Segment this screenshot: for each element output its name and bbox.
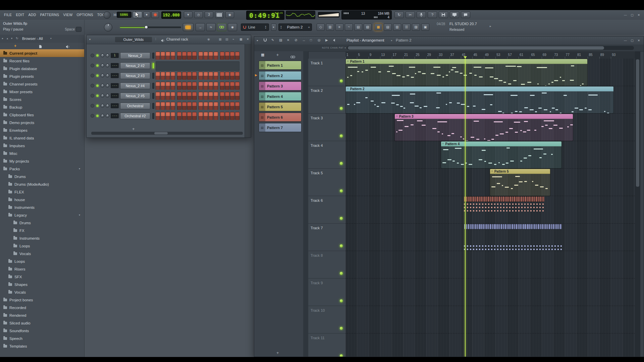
menu-file[interactable]: FILE: [2, 10, 14, 20]
step-cell[interactable]: [187, 102, 192, 110]
browser-item-backup[interactable]: Backup: [0, 103, 84, 111]
browser-item-drums[interactable]: Drums: [0, 219, 84, 227]
step-cell[interactable]: [204, 92, 208, 100]
browser-item-soundfonts[interactable]: Soundfonts: [0, 327, 84, 335]
browser-item-packs[interactable]: Packs▾: [0, 165, 84, 173]
draw-tool-icon[interactable]: ✎: [271, 39, 274, 42]
step-cell[interactable]: [156, 82, 160, 90]
browser-item-il-shared-data[interactable]: IL shared data: [0, 134, 84, 142]
browser-refresh-icon[interactable]: ↻: [16, 37, 18, 40]
track-led[interactable]: [340, 354, 343, 357]
step-cell[interactable]: [235, 82, 239, 90]
step-cell[interactable]: [177, 72, 181, 80]
striped-clip[interactable]: [464, 196, 545, 202]
step-cell[interactable]: [199, 112, 203, 120]
step-cell[interactable]: [214, 82, 218, 90]
countdown-button[interactable]: 3: [205, 11, 213, 18]
maximize-button[interactable]: ▢: [629, 12, 635, 17]
step-cell[interactable]: [192, 102, 197, 110]
browser-item-sfx[interactable]: SFX: [0, 273, 84, 281]
menu-view[interactable]: VIEW: [61, 10, 74, 20]
step-cell[interactable]: [235, 92, 239, 100]
speaker-tool-icon[interactable]: [333, 39, 337, 43]
pattern-clip-pattern-2[interactable]: ≡Pattern 2: [345, 86, 614, 114]
step-cell[interactable]: [220, 102, 224, 110]
track-led[interactable]: [340, 217, 343, 220]
rack-close-icon[interactable]: ✕: [247, 38, 249, 41]
pattern-item-2[interactable]: ▶▤Pattern 2: [254, 70, 303, 81]
playback-tool-icon[interactable]: ▶: [325, 39, 328, 42]
channel-pan-knob[interactable]: [101, 104, 104, 108]
channel-volume-knob[interactable]: [106, 54, 109, 57]
playlist-grid[interactable]: ≡Pattern 1≡Pattern 2≡Pattern 3≡Pattern 4…: [345, 59, 635, 357]
magnet-tool-icon[interactable]: [264, 39, 267, 42]
control-surface-button[interactable]: ◉: [228, 23, 237, 31]
track-led[interactable]: [340, 79, 343, 82]
step-cell[interactable]: [192, 82, 197, 90]
track-header-11[interactable]: Track 11: [308, 334, 345, 357]
rack-menu-icon[interactable]: ▾: [89, 38, 91, 41]
channel-button[interactable]: Orchestral #2: [120, 113, 150, 119]
channel-pan-knob[interactable]: [101, 54, 104, 57]
main-volume-knob[interactable]: [104, 23, 112, 32]
pattern-item-4[interactable]: ▤Pattern 4: [254, 91, 303, 102]
channel-select-led[interactable]: [152, 103, 154, 109]
pattern-block[interactable]: ▤Pattern 7: [259, 123, 302, 132]
channel-select-led[interactable]: [152, 63, 154, 69]
swing-mix-button[interactable]: ~: [345, 23, 353, 31]
browser-item-risers[interactable]: Risers: [0, 265, 84, 273]
channel-mute-led[interactable]: [96, 74, 99, 77]
pattern-clip-pattern-4[interactable]: ≡Pattern 4: [441, 141, 562, 169]
browser-item-templates[interactable]: Templates: [0, 342, 84, 350]
step-cell[interactable]: [204, 82, 208, 90]
step-cell[interactable]: [199, 102, 203, 110]
snap-selector[interactable]: Line ▲▼: [241, 23, 269, 31]
browser-item-channel-presets[interactable]: Channel presets: [0, 80, 84, 88]
playhead-marker-icon[interactable]: [464, 56, 467, 59]
step-cell[interactable]: [177, 102, 181, 110]
pattern-item-6[interactable]: ▤Pattern 6: [254, 112, 303, 122]
save-button[interactable]: [439, 11, 448, 18]
step-cell[interactable]: [161, 92, 165, 100]
playlist-maximize-icon[interactable]: ▢: [629, 38, 635, 43]
seq-view-button[interactable]: ▤: [354, 23, 362, 31]
step-cell[interactable]: [166, 52, 170, 60]
step-edit-button[interactable]: →: [196, 23, 205, 31]
browser-item-my-projects[interactable]: My projects: [0, 157, 84, 165]
step-cell[interactable]: [192, 112, 197, 120]
pattern-block[interactable]: ▤Pattern 4: [259, 92, 302, 101]
step-cell[interactable]: [171, 82, 175, 90]
channel-rack-view-button[interactable]: ☰: [402, 23, 411, 31]
step-cell[interactable]: [166, 102, 170, 110]
playlist-vertical-scrollbar[interactable]: [635, 51, 640, 357]
track-led[interactable]: [340, 299, 343, 302]
channel-mute-led[interactable]: [96, 105, 99, 107]
channel-pan-knob[interactable]: [101, 84, 104, 87]
browser-view-button[interactable]: ▣: [421, 23, 429, 31]
channel-button[interactable]: Orchestral: [120, 103, 150, 109]
step-cell[interactable]: [235, 72, 239, 80]
channel-mute-led[interactable]: [96, 115, 99, 117]
picker-link-icon[interactable]: [290, 54, 295, 60]
browser-item-drums[interactable]: Drums: [0, 173, 84, 180]
pattern-block[interactable]: ▤Pattern 5: [259, 102, 302, 111]
playlist-minimize-icon[interactable]: —: [623, 38, 628, 43]
delete-tool-icon[interactable]: ✕: [287, 39, 289, 42]
step-cell[interactable]: [156, 112, 160, 120]
master-volume-slider[interactable]: [318, 12, 339, 17]
pattern-block[interactable]: ▤Pattern 3: [259, 81, 302, 90]
typing-to-piano-button[interactable]: [215, 11, 224, 18]
track-header-6[interactable]: Track 6: [308, 196, 345, 224]
mute-tool-icon[interactable]: ⊘: [294, 39, 297, 42]
snap-jump-button[interactable]: ◇: [317, 23, 325, 31]
grid-fit-button[interactable]: ▥: [326, 23, 334, 31]
playlist-horizontal-scrollbar[interactable]: [347, 46, 634, 50]
browser-up-icon[interactable]: ▴: [7, 37, 8, 40]
step-cell[interactable]: [209, 102, 213, 110]
track-header-8[interactable]: Track 8: [308, 251, 345, 279]
step-cell[interactable]: [230, 82, 234, 90]
playlist-close-icon[interactable]: ✕: [636, 38, 642, 43]
step-cell[interactable]: [171, 102, 175, 110]
step-cell[interactable]: [204, 72, 208, 80]
step-cell[interactable]: [182, 82, 186, 90]
